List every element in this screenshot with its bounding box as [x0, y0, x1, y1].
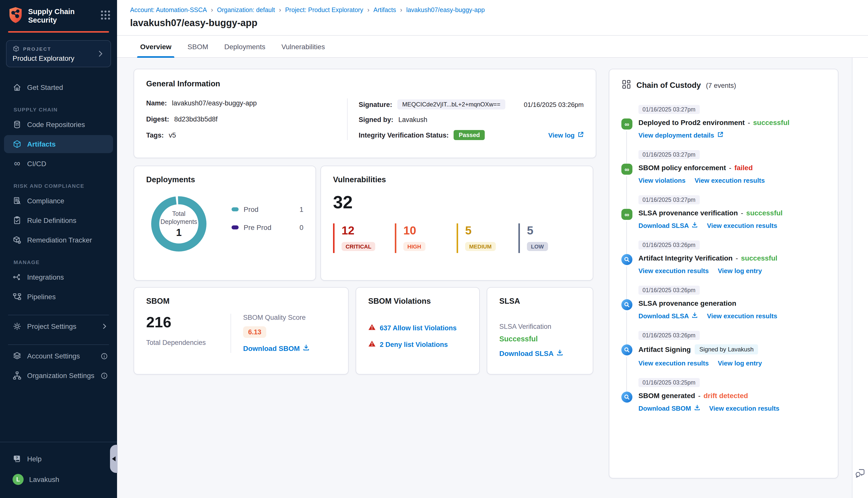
sidebar-item-label: Organization Settings	[27, 371, 94, 380]
link-label: View log entry	[718, 267, 762, 275]
sidebar-item-label: Compliance	[27, 197, 64, 205]
chain-event: 01/16/2025 03:25pm SBOM generated - drif…	[621, 378, 826, 412]
download-slsa-link[interactable]: Download SLSA	[499, 350, 563, 357]
allow-list-violations-link[interactable]: 637 Allow list Violations	[368, 324, 467, 332]
scs-step-icon	[621, 254, 632, 265]
breadcrumb-organization[interactable]: Organization: default	[217, 6, 275, 14]
sidebar-user[interactable]: L Lavakush	[4, 469, 113, 489]
sidebar-item-cicd[interactable]: ∞ CI/CD	[4, 155, 113, 173]
donut-center-label: Total Deployments	[159, 210, 199, 226]
card-title: SBOM Violations	[368, 297, 467, 306]
breadcrumb-separator: ›	[400, 6, 402, 14]
sidebar-item-integrations[interactable]: Integrations	[4, 268, 113, 286]
tab-overview[interactable]: Overview	[140, 36, 171, 57]
link-label: View log entry	[718, 359, 762, 367]
event-separator: -	[736, 254, 738, 262]
sidebar-item-rule-definitions[interactable]: Rule Definitions	[4, 211, 113, 230]
sidebar-item-project-settings[interactable]: Project Settings	[4, 317, 113, 335]
name-label: Name:	[146, 100, 167, 107]
view-execution-results-link[interactable]: View execution results	[707, 312, 777, 320]
sidebar-item-pipelines[interactable]: Pipelines	[4, 288, 113, 306]
sidebar-item-get-started[interactable]: Get Started	[4, 78, 113, 96]
compliance-doc-icon	[13, 196, 22, 205]
tab-deployments[interactable]: Deployments	[224, 36, 265, 57]
sidebar-item-label: Project Settings	[27, 322, 76, 330]
view-execution-results-link[interactable]: View execution results	[709, 405, 779, 412]
view-deployment-details-link[interactable]: View deployment details	[638, 132, 723, 139]
view-violations-link[interactable]: View violations	[638, 177, 685, 184]
app-grid-icon[interactable]	[101, 11, 110, 19]
sidebar-item-account-settings[interactable]: Account Settings	[4, 347, 113, 365]
severity-count: 5	[465, 224, 518, 237]
scs-step-icon	[621, 299, 632, 310]
download-sbom-link[interactable]: Download SBOM	[243, 344, 309, 352]
event-status: failed	[734, 163, 753, 172]
signed-by-chip: Signed by Lavakush	[695, 344, 758, 354]
deny-list-violations-label: 2 Deny list Violations	[380, 341, 448, 348]
artifacts-cube-icon	[13, 140, 22, 148]
quality-score-label: SBOM Quality Score	[243, 314, 309, 321]
event-title: SLSA provenance generation	[638, 299, 736, 307]
sidebar-collapse-handle[interactable]	[110, 445, 118, 473]
infinity-icon: ∞	[13, 159, 22, 168]
sidebar-item-help[interactable]: ? Help	[4, 450, 113, 468]
collapse-arrow-icon	[112, 456, 116, 461]
view-log-link[interactable]: View log	[548, 131, 584, 139]
deny-list-violations-link[interactable]: 2 Deny list Violations	[368, 340, 467, 349]
event-status: successful	[746, 209, 782, 217]
view-log-label: View log	[548, 131, 575, 139]
feedback-chat-icon[interactable]	[854, 467, 866, 481]
link-label: Download SLSA	[638, 222, 689, 230]
breadcrumb-account[interactable]: Account: Automation-SSCA	[130, 6, 207, 14]
sidebar-item-organization-settings[interactable]: Organization Settings	[4, 366, 113, 384]
severity-badge: CRITICAL	[341, 242, 375, 251]
view-execution-results-link[interactable]: View execution results	[695, 177, 765, 184]
event-title: Artifact Signing	[638, 345, 691, 353]
sidebar-item-artifacts[interactable]: Artifacts	[4, 135, 113, 153]
sidebar-item-remediation-tracker[interactable]: Remediation Tracker	[4, 231, 113, 249]
signature-date: 01/16/2025 03:26pm	[524, 101, 584, 108]
download-slsa-link[interactable]: Download SLSA	[638, 222, 698, 230]
view-execution-results-link[interactable]: View execution results	[638, 267, 709, 275]
severity-row: 12 CRITICAL 10 HIGH 5 MEDIUM 5 LOW	[333, 223, 581, 253]
event-timestamp: 01/16/2025 03:27pm	[638, 150, 699, 159]
project-selector[interactable]: PROJECT Product Exploratory	[6, 40, 111, 67]
vulnerabilities-card: Vulnerabilities 32 12 CRITICAL 10 HIGH 5…	[321, 166, 593, 280]
event-title: Deployed to Prod2 environment	[638, 118, 745, 127]
prod-swatch-icon	[232, 207, 238, 211]
tab-vulnerabilities[interactable]: Vulnerabilities	[281, 36, 325, 57]
sidebar-item-compliance[interactable]: Compliance	[4, 192, 113, 210]
event-separator: -	[698, 392, 700, 399]
link-label: View violations	[638, 177, 685, 184]
home-icon	[13, 83, 22, 92]
external-link-icon	[578, 131, 584, 139]
sidebar-item-label: Account Settings	[27, 352, 80, 360]
event-separator: -	[729, 163, 731, 172]
tab-sbom[interactable]: SBOM	[187, 36, 208, 57]
link-label: View execution results	[638, 267, 709, 275]
layers-icon	[13, 351, 22, 361]
view-execution-results-link[interactable]: View execution results	[707, 222, 777, 230]
digest-value: 8d23bd3b5d8f	[174, 116, 218, 123]
view-log-entry-link[interactable]: View log entry	[718, 359, 762, 367]
integrity-status-badge: Passed	[454, 130, 485, 140]
view-execution-results-link[interactable]: View execution results	[638, 359, 709, 367]
link-label: View execution results	[695, 177, 765, 184]
breadcrumb-current[interactable]: lavakush07/easy-buggy-app	[406, 6, 485, 14]
card-title: Deployments	[146, 175, 303, 184]
event-timestamp: 01/16/2025 03:27pm	[638, 195, 699, 204]
sidebar-item-code-repositories[interactable]: Code Repositories	[4, 116, 113, 133]
view-log-entry-link[interactable]: View log entry	[718, 267, 762, 275]
project-label: PROJECT	[23, 46, 51, 51]
download-slsa-link[interactable]: Download SLSA	[638, 312, 698, 320]
link-label: View execution results	[709, 405, 779, 412]
allow-list-violations-label: 637 Allow list Violations	[380, 324, 457, 331]
breadcrumb-project[interactable]: Project: Product Exploratory	[285, 6, 363, 14]
page-header: Account: Automation-SSCA › Organization:…	[117, 0, 868, 36]
download-sbom-link[interactable]: Download SBOM	[638, 405, 700, 412]
svg-text:?: ?	[16, 456, 18, 460]
legend-value: 0	[299, 223, 303, 232]
event-status: successful	[741, 254, 777, 262]
deployments-card: Deployments Total Deployments 1 Prod	[134, 166, 316, 280]
breadcrumb-artifacts[interactable]: Artifacts	[374, 6, 396, 14]
